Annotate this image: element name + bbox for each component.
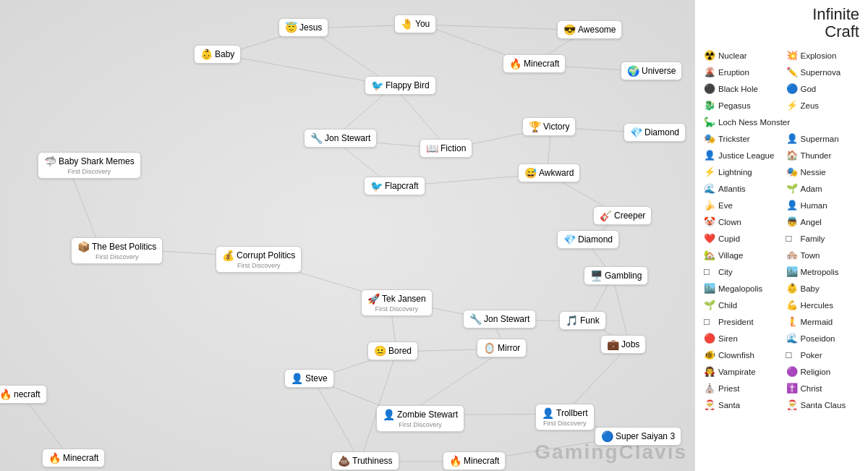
node-minecraft1[interactable]: 🔥Minecraft <box>503 54 566 73</box>
sidebar-item-clown[interactable]: 🤡Clown <box>701 214 780 229</box>
node-you[interactable]: 🤚You <box>394 14 436 33</box>
sidebar-item-black-hole[interactable]: ⚫Black Hole <box>701 81 780 96</box>
sidebar-item-town[interactable]: 🏘️Town <box>783 247 863 263</box>
sidebar-item-god[interactable]: 🔵God <box>783 81 863 96</box>
sidebar-item-priest[interactable]: ⛪Priest <box>701 381 780 396</box>
node-emoji-fiction: 📖 <box>426 143 438 154</box>
sidebar-item-trickster[interactable]: 🎭Trickster <box>701 131 780 146</box>
sidebar-item-eve[interactable]: 🍌Eve <box>701 198 780 213</box>
node-jesus[interactable]: 😇Jesus <box>278 18 328 37</box>
node-the_best_politics[interactable]: 📦The Best PoliticsFirst Discovery <box>71 237 163 264</box>
sidebar-item-child[interactable]: 🌱Child <box>701 297 780 313</box>
node-funk[interactable]: 🎵Funk <box>559 311 606 330</box>
sidebar-item-justice-league[interactable]: 👤Justice League <box>701 148 780 163</box>
sidebar-item-adam[interactable]: 🌱Adam <box>783 181 863 196</box>
sidebar-item-family[interactable]: □Family <box>783 231 863 246</box>
sidebar-emoji-17: 🍌 <box>704 200 715 211</box>
node-label-jesus: Jesus <box>299 22 322 33</box>
sidebar-emoji-8: 🦕 <box>704 116 715 127</box>
node-ncraft_left[interactable]: 🔥necraft <box>0 385 47 404</box>
node-emoji-ncraft_left: 🔥 <box>0 389 12 400</box>
node-corrupt_politics[interactable]: 💰Corrupt PoliticsFirst Discovery <box>216 246 302 273</box>
node-diamond1[interactable]: 💎Diamond <box>624 123 686 142</box>
node-zombie_stewart[interactable]: 👤Zombie StewartFirst Discovery <box>376 405 464 432</box>
first-discovery-badge-baby_shark: First Discovery <box>68 168 111 175</box>
node-steve[interactable]: 👤Steve <box>284 369 334 388</box>
node-universe[interactable]: 🌍Universe <box>621 61 682 80</box>
sidebar-item-explosion[interactable]: 💥Explosion <box>783 48 863 63</box>
sidebar-emoji-18: 👤 <box>786 200 798 211</box>
node-truthiness[interactable]: 💩Truthiness <box>331 451 399 470</box>
node-label-steve: Steve <box>305 373 328 383</box>
sidebar-item-baby[interactable]: 👶Baby <box>783 281 863 296</box>
sidebar-item-clownfish[interactable]: 🐠Clownfish <box>701 347 780 362</box>
node-jobs[interactable]: 💼Jobs <box>600 335 646 354</box>
sidebar-item-siren[interactable]: 🔴Siren <box>701 331 780 346</box>
sidebar-item-hercules[interactable]: 💪Hercules <box>783 297 863 313</box>
sidebar: Infinite Craft ☢️Nuclear💥Explosion🌋Erupt… <box>694 0 868 471</box>
node-minecraft2[interactable]: 🔥Minecraft <box>443 451 506 470</box>
node-tek_jansen[interactable]: 🚀Tek JansenFirst Discovery <box>361 289 433 316</box>
node-baby_shark[interactable]: 🦈Baby Shark MemesFirst Discovery <box>38 152 141 179</box>
sidebar-item-zeus[interactable]: ⚡Zeus <box>783 98 863 113</box>
node-creeper[interactable]: 🎸Creeper <box>593 206 652 225</box>
node-victory[interactable]: 🏆Victory <box>522 117 576 136</box>
node-bored[interactable]: 😐Bored <box>367 341 418 360</box>
app-title: Infinite Craft <box>701 6 862 41</box>
node-diamond2[interactable]: 💎Diamond <box>557 230 619 249</box>
sidebar-item-atlantis[interactable]: 🌊Atlantis <box>701 181 780 196</box>
sidebar-item-vampirate[interactable]: 🧛Vampirate <box>701 364 780 379</box>
node-gambling[interactable]: 🖥️Gambling <box>584 266 648 285</box>
sidebar-item-poker[interactable]: □Poker <box>783 347 863 362</box>
sidebar-label-28: Baby <box>801 284 820 293</box>
sidebar-item-thunder[interactable]: 🏠Thunder <box>783 148 863 163</box>
sidebar-item-christ[interactable]: ✝️Christ <box>783 381 863 396</box>
sidebar-item-santa-claus[interactable]: 🎅Santa Claus <box>783 397 863 412</box>
sidebar-item-president[interactable]: □President <box>701 314 780 329</box>
node-emoji-flappy_bird: 🐦 <box>371 80 383 91</box>
sidebar-item-superman[interactable]: 👤Superman <box>783 131 863 146</box>
sidebar-item-metropolis[interactable]: 🏙️Metropolis <box>783 264 863 279</box>
node-mirror[interactable]: 🪞Mirror <box>477 339 527 357</box>
sidebar-item-loch-ness-monster[interactable]: 🦕Loch Ness Monster <box>701 114 862 130</box>
sidebar-item-poseidon[interactable]: 🌊Poseidon <box>783 331 863 346</box>
sidebar-item-nuclear[interactable]: ☢️Nuclear <box>701 48 780 63</box>
node-awkward[interactable]: 😅Awkward <box>518 164 580 182</box>
sidebar-item-eruption[interactable]: 🌋Eruption <box>701 64 780 80</box>
sidebar-item-megalopolis[interactable]: 🏙️Megalopolis <box>701 281 780 296</box>
sidebar-item-human[interactable]: 👤Human <box>783 198 863 213</box>
sidebar-item-mermaid[interactable]: 🧜Mermaid <box>783 314 863 329</box>
sidebar-item-santa[interactable]: 🎅Santa <box>701 397 780 412</box>
sidebar-emoji-40: ✝️ <box>786 383 798 394</box>
node-jon_stewart2[interactable]: 🔧Jon Stewart <box>463 310 536 328</box>
node-jon_stewart1[interactable]: 🔧Jon Stewart <box>304 129 377 148</box>
sidebar-item-nessie[interactable]: 🎭Nessie <box>783 164 863 179</box>
node-awesome[interactable]: 😎Awesome <box>557 20 622 39</box>
sidebar-label-36: Poker <box>801 351 822 360</box>
sidebar-item-religion[interactable]: 🟣Religion <box>783 364 863 379</box>
sidebar-item-cupid[interactable]: ❤️Cupid <box>701 231 780 246</box>
node-label-minecraft2: Minecraft <box>464 456 499 466</box>
sidebar-item-supernova[interactable]: ✏️Supernova <box>783 64 863 80</box>
game-canvas[interactable]: 😇Jesus🤚You👶Baby😎Awesome🔥Minecraft🌍Univer… <box>0 0 694 471</box>
sidebar-item-angel[interactable]: 👼Angel <box>783 214 863 229</box>
node-emoji-zombie_stewart: 👤 <box>383 409 395 420</box>
node-trollbert[interactable]: 👤TrollbertFirst Discovery <box>535 404 595 430</box>
node-label-universe: Universe <box>642 66 676 76</box>
node-label-mirror: Mirror <box>498 343 520 353</box>
sidebar-item-city[interactable]: □City <box>701 264 780 279</box>
sidebar-item-lightning[interactable]: ⚡Lightning <box>701 164 780 179</box>
sidebar-item-village[interactable]: 🏡Village <box>701 247 780 263</box>
node-flapcraft[interactable]: 🐦Flapcraft <box>364 177 425 195</box>
node-label-super_saiyan3: Super Saiyan 3 <box>616 431 675 441</box>
node-fiction[interactable]: 📖Fiction <box>420 139 472 158</box>
sidebar-label-35: Clownfish <box>718 351 754 360</box>
node-emoji-jon_stewart1: 🔧 <box>310 132 323 144</box>
node-flappy_bird[interactable]: 🐦Flappy Bird <box>365 76 436 95</box>
sidebar-item-pegasus[interactable]: 🐉Pegasus <box>701 98 780 113</box>
node-minecraft3[interactable]: 🔥Minecraft <box>42 449 105 467</box>
node-super_saiyan3[interactable]: 🔵Super Saiyan 3 <box>595 427 681 446</box>
sidebar-emoji-36: □ <box>786 349 798 360</box>
node-baby[interactable]: 👶Baby <box>194 45 241 64</box>
sidebar-label-38: Religion <box>801 368 831 376</box>
